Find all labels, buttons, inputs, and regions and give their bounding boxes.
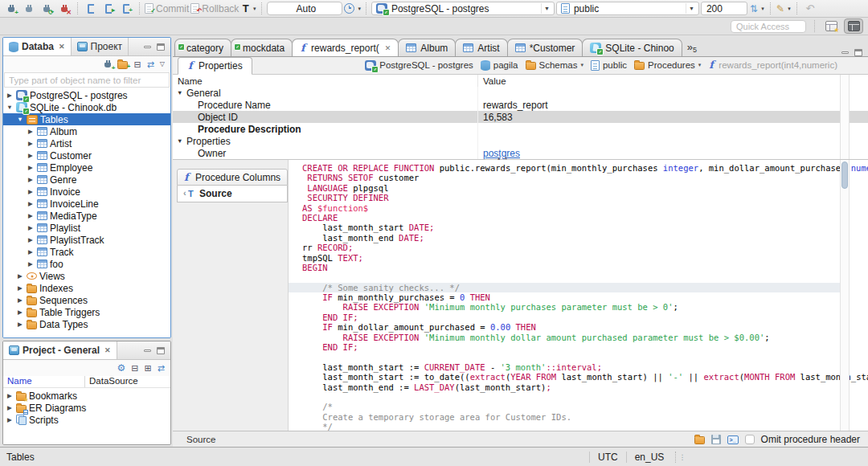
property-row-general[interactable]: ▼General [173,87,868,99]
code-line[interactable] [289,272,868,282]
locale-indicator[interactable]: en_US [627,451,673,463]
quick-access-input[interactable] [731,20,806,33]
code-line[interactable]: IF min_monthly_purchases = 0 THEN [289,292,868,302]
transaction-mode-select[interactable]: Auto [267,2,342,15]
tree-item-track[interactable]: ▶Track [3,246,170,258]
tree-item-table-triggers[interactable]: ▶Table Triggers [3,306,170,318]
expand-arrow-icon[interactable]: ▶ [16,284,24,292]
tree-item-playlist[interactable]: ▶Playlist [3,222,170,234]
code-line[interactable]: RETURNS SETOF customer [289,173,868,182]
minimize-icon[interactable] [144,46,151,48]
editor-tab-category[interactable]: category [174,39,231,56]
tree-item-foo[interactable]: ▶foo [3,258,170,270]
scrollbar-thumb[interactable] [841,161,848,189]
sash-handle[interactable]: ▲ ▼ [497,156,509,161]
code-line[interactable]: DECLARE [289,213,868,223]
code-line[interactable]: RAISE EXCEPTION 'Minimum monthly dollar … [289,333,868,342]
connect-button[interactable] [21,2,37,16]
project-item-scripts[interactable]: ▶Scripts [3,414,170,426]
tree-item-genre[interactable]: ▶Genre [3,174,170,186]
expand-arrow-icon[interactable]: ▶ [27,140,35,147]
property-row-procedure-description[interactable]: Procedure Description [173,123,868,135]
tree-item-customer[interactable]: ▶Customer [3,149,170,161]
expand-arrow-icon[interactable]: ▶ [16,272,24,280]
expand-arrow-icon[interactable]: ▶ [27,248,35,255]
open-file-icon[interactable] [694,436,705,444]
tree-item-artist[interactable]: ▶Artist [3,137,170,149]
expand-arrow-icon[interactable]: ▶ [27,200,35,207]
expand-arrow-icon[interactable]: ▶ [6,416,14,423]
code-line[interactable]: CREATE OR REPLACE FUNCTION public.reward… [289,163,868,173]
expand-arrow-icon[interactable]: ▼ [177,89,184,96]
code-line[interactable]: tmpSQL TEXT; [289,253,868,263]
rollback-button[interactable]: ↶Rollback [190,2,239,16]
expand-arrow-icon[interactable]: ▶ [27,152,35,159]
refresh-button[interactable]: ⇅▾ [749,2,765,16]
code-line[interactable]: IF min_dollar_amount_purchased = 0.00 TH… [289,322,868,332]
column-datasource[interactable]: DataSource [85,376,138,387]
grid-column-value[interactable]: Value [478,76,868,86]
tree-item-data-types[interactable]: ▶Data Types [3,318,170,330]
grid-column-name[interactable]: Name [173,75,478,87]
project-item-er-diagrams[interactable]: ▶ER Diagrams [3,402,170,414]
tree-item-indexes[interactable]: ▶Indexes [3,282,170,294]
fetch-size-input[interactable] [701,2,747,15]
minimize-icon[interactable] [144,350,151,352]
code-line[interactable]: rr RECORD; [289,243,868,252]
close-icon[interactable]: ✕ [385,44,391,52]
expand-arrow-icon[interactable]: ▶ [6,392,14,399]
reconnect-button[interactable]: ⟳ [39,2,55,16]
drag-handle-icon[interactable]: ⋮ [675,452,686,463]
code-line[interactable]: AS $function$ [289,203,868,213]
editor-tab-rewards-report[interactable]: rewards_report(✕ [292,39,399,56]
tree-item-sqlite-chinook-db[interactable]: ▼SQLite - Chinook.db [3,101,170,113]
folder-plus-icon[interactable]: + [117,61,128,69]
tab-project-general[interactable]: Project - General ✕ [3,341,117,359]
code-line[interactable]: END IF; [289,342,868,352]
open-sql-script-button[interactable]: ▸ [100,2,117,16]
property-row-object-id[interactable]: Object ID16,583 [173,111,868,123]
code-line[interactable] [289,392,868,402]
tree-item-album[interactable]: ▶Album [3,125,170,137]
editor-tab-sqlite-chinoo[interactable]: SQLite - Chinoo [582,39,682,56]
code-line[interactable]: BEGIN [289,263,868,272]
breadcrumb-item-rewards-report-int4-numeric[interactable]: rewards_report(int4,numeric) [708,59,837,71]
expand-arrow-icon[interactable]: ▶ [27,236,35,243]
new-connection-button[interactable]: + [3,2,19,16]
code-line[interactable]: last_month_end := LAST_DAY(last_month_st… [289,382,868,392]
expand-arrow-icon[interactable]: ▶ [27,260,35,268]
collapse-all-icon[interactable]: ⊟ [133,59,141,70]
expand-arrow-icon[interactable]: ▶ [27,128,35,135]
source-viewer[interactable]: CREATE OR REPLACE FUNCTION public.reward… [288,160,868,431]
breadcrumb-item-postgresql-postgres[interactable]: PostgreSQL - postgres [365,60,473,71]
maximize-icon[interactable] [854,49,862,56]
gear-icon[interactable]: ⚙ [117,362,126,374]
timezone-indicator[interactable]: UTC [590,451,626,463]
side-tab-source[interactable]: Source [177,186,288,202]
code-line[interactable]: Create a temporary storage area for Cust… [289,412,868,422]
expand-arrow-icon[interactable]: ▶ [6,92,14,99]
expand-arrow-icon[interactable]: ▶ [27,176,35,183]
tree-item-sequences[interactable]: ▶Sequences [3,294,170,306]
source-scrollbar[interactable] [840,160,850,431]
disconnect-button[interactable]: ✕ [56,2,72,16]
datasource-select[interactable]: PostgreSQL - postgres ▼ [371,2,555,15]
code-line[interactable]: last_month_end DATE; [289,233,868,243]
expand-arrow-icon[interactable]: ▶ [6,404,14,411]
tab-database-navigator[interactable]: Databa ✕ [3,38,72,55]
property-row-owner[interactable]: Ownerpostgres [173,147,868,159]
expand-all-icon[interactable]: ⊞ [145,362,152,374]
commit-button[interactable]: ✓Commit [145,2,189,16]
close-icon[interactable]: ✕ [104,346,111,354]
tree-item-invoiceline[interactable]: ▶InvoiceLine [3,198,170,210]
omit-procedure-header-checkbox[interactable] [745,435,755,444]
code-line[interactable]: LANGUAGE plpgsql [289,183,868,193]
code-line[interactable]: SECURITY DEFINER [289,193,868,202]
expand-arrow-icon[interactable]: ▶ [16,321,24,328]
breadcrumb-item-schemas[interactable]: Schemas▾ [526,60,583,70]
code-line[interactable]: last_month_start := to_date((extract(YEA… [289,372,868,382]
expand-arrow-icon[interactable]: ▼ [6,104,14,111]
open-perspective-button[interactable]: ★ [823,19,839,34]
code-line[interactable]: last_month_start DATE; [289,223,868,232]
tree-item-mediatype[interactable]: ▶MediaType [3,210,170,222]
